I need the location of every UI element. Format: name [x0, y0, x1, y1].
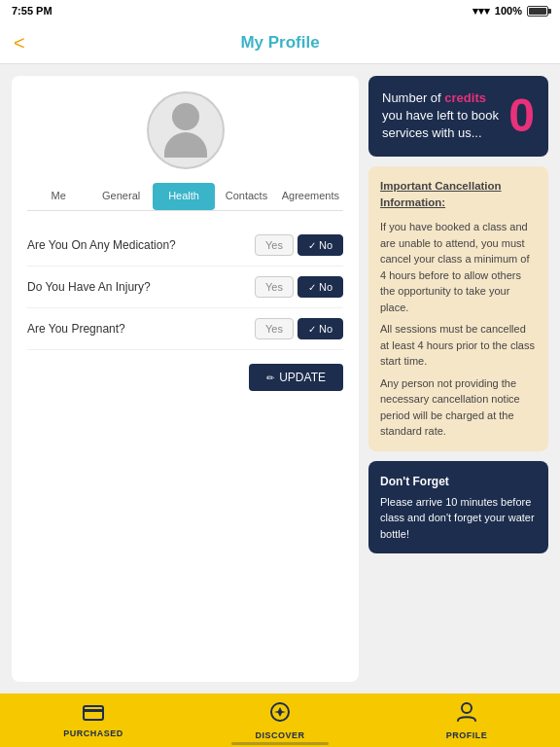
battery-label: 100% [495, 5, 522, 17]
avatar-section [27, 91, 343, 183]
cancellation-para1: If you have booked a class and are unabl… [380, 219, 537, 315]
dont-forget-card: Don't Forget Please arrive 10 minutes be… [368, 461, 548, 554]
wifi-icon: ▾▾▾ [472, 5, 490, 18]
tab-discover[interactable]: DISCOVER [187, 695, 373, 746]
toggle-no-medication[interactable]: No [298, 234, 343, 256]
credits-value: 0 [508, 92, 535, 139]
purchased-icon [83, 703, 104, 726]
health-question-injury: Do You Have An Injury? Yes No [27, 267, 343, 308]
health-question-medication: Are You On Any Medication? Yes No [27, 225, 343, 267]
svg-point-3 [462, 703, 472, 713]
discover-icon [269, 701, 291, 728]
toggle-yes-injury[interactable]: Yes [255, 276, 294, 298]
credits-word: credits [444, 90, 486, 105]
credits-text: Number of credits you have left to book … [382, 89, 501, 143]
cancellation-card: Important Cancellation Information: If y… [368, 166, 548, 451]
toggle-group-medication: Yes No [255, 234, 343, 256]
status-right: ▾▾▾ 100% [472, 5, 548, 18]
tab-general[interactable]: General [89, 183, 152, 210]
credits-card: Number of credits you have left to book … [368, 76, 548, 157]
update-button[interactable]: UPDATE [249, 364, 343, 391]
profile-tabs: Me General Health Contacts Agreements [27, 183, 343, 211]
dont-forget-title: Don't Forget [380, 473, 537, 490]
page-title: My Profile [240, 33, 319, 53]
tab-agreements[interactable]: Agreements [278, 183, 343, 210]
profile-icon [457, 701, 476, 728]
back-button[interactable]: < [14, 33, 25, 53]
dont-forget-text: Please arrive 10 minutes before class an… [380, 494, 537, 543]
svg-rect-0 [84, 706, 103, 720]
toggle-no-pregnant[interactable]: No [298, 318, 343, 339]
status-bar: 7:55 PM ▾▾▾ 100% [0, 0, 560, 21]
toggle-group-pregnant: Yes No [255, 318, 343, 339]
main-content: Me General Health Contacts Agreements Ar… [0, 64, 560, 694]
toggle-yes-pregnant[interactable]: Yes [255, 318, 294, 339]
status-time: 7:55 PM [12, 5, 52, 17]
question-label-injury: Do You Have An Injury? [27, 280, 255, 294]
header: < My Profile [0, 21, 560, 64]
question-label-medication: Are You On Any Medication? [27, 238, 255, 252]
toggle-no-injury[interactable]: No [298, 276, 343, 298]
tab-profile[interactable]: PROFILE [373, 695, 560, 746]
toggle-group-injury: Yes No [255, 276, 343, 298]
cancellation-para2: All sessions must be cancelled at least … [380, 321, 537, 370]
avatar-figure [164, 103, 207, 158]
health-question-pregnant: Are You Pregnant? Yes No [27, 308, 343, 350]
left-panel: Me General Health Contacts Agreements Ar… [12, 76, 359, 682]
avatar[interactable] [147, 91, 225, 169]
cancellation-title: Important Cancellation Information: [380, 178, 537, 212]
tab-contacts[interactable]: Contacts [215, 183, 277, 210]
profile-label: PROFILE [446, 730, 488, 740]
discover-label: DISCOVER [255, 730, 304, 740]
avatar-head [172, 103, 199, 130]
purchased-label: PURCHASED [63, 729, 123, 738]
avatar-body [164, 132, 207, 158]
tab-purchased[interactable]: PURCHASED [0, 697, 187, 744]
battery-icon [527, 6, 548, 17]
toggle-yes-medication[interactable]: Yes [255, 234, 294, 256]
update-section: UPDATE [27, 364, 343, 391]
cancellation-para3: Any person not providing the necessary c… [380, 375, 537, 440]
home-indicator [231, 742, 329, 745]
svg-rect-1 [84, 709, 103, 712]
question-label-pregnant: Are You Pregnant? [27, 322, 255, 336]
tab-bar: PURCHASED DISCOVER PROFILE [0, 694, 560, 747]
right-panel: Number of credits you have left to book … [368, 76, 548, 682]
tab-health[interactable]: Health [153, 183, 215, 210]
tab-me[interactable]: Me [27, 183, 89, 210]
